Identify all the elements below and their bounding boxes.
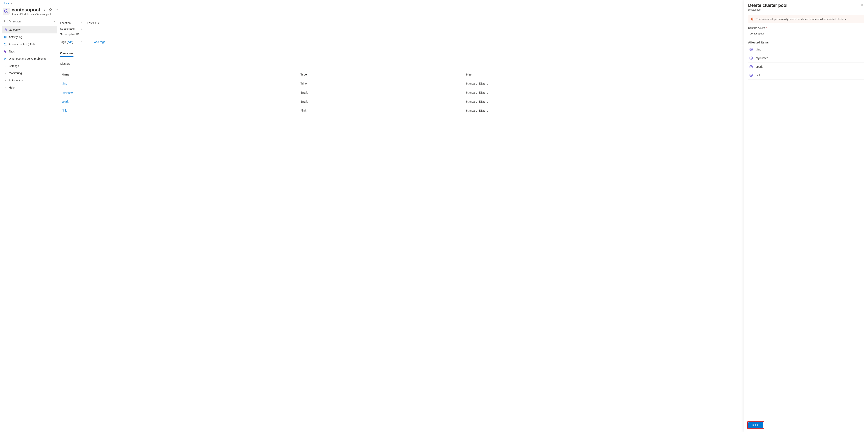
svg-rect-8 (4, 37, 5, 38)
pin-icon[interactable] (43, 8, 46, 11)
collapse-sidebar-icon[interactable]: « (53, 20, 56, 23)
sort-handle-icon[interactable]: ⇅ (3, 20, 6, 23)
resource-hex-icon (3, 8, 10, 15)
affected-items-list: trino mycluster spark flink (748, 45, 864, 80)
blade-title: Delete cluster pool (748, 3, 787, 8)
sidebar-item-label: Settings (9, 64, 19, 67)
sidebar-search[interactable] (7, 19, 51, 24)
cluster-type-cell: Spark (299, 97, 464, 106)
overview-hex-icon (4, 28, 7, 31)
essentials-label: Subscription (60, 27, 81, 30)
affected-item-name: spark (756, 65, 763, 68)
list-item: flink (748, 71, 864, 80)
essentials-label: Subscription ID (60, 33, 81, 36)
sidebar-item-label: Monitoring (9, 71, 22, 75)
svg-point-3 (9, 21, 10, 22)
tags-edit-link[interactable]: edit (68, 40, 72, 44)
sidebar-item-automation[interactable]: › Automation (2, 77, 57, 84)
add-tags-link[interactable]: Add tags (94, 40, 105, 44)
tab-overview[interactable]: Overview (60, 50, 73, 57)
essentials-value-location: East US 2 (87, 22, 99, 25)
cluster-link[interactable]: mycluster (62, 91, 74, 94)
sidebar-item-label: Overview (9, 28, 21, 31)
search-icon (9, 20, 11, 23)
cluster-type-cell: Trino (299, 79, 464, 88)
svg-rect-6 (4, 36, 6, 37)
chevron-right-icon: › (4, 86, 7, 89)
resource-header: contosopool ••• Azure HDInsight on AKS c… (0, 6, 868, 19)
sidebar: ⇅ « Overview Activity log Acce (0, 19, 57, 432)
confirm-delete-label: Confirm delete * (748, 26, 864, 29)
tag-icon (4, 50, 7, 53)
delete-button-highlight: Delete (747, 422, 764, 429)
close-icon[interactable] (860, 3, 864, 7)
sidebar-item-overview[interactable]: Overview (2, 26, 57, 33)
svg-point-10 (5, 44, 6, 44)
cluster-link[interactable]: flink (62, 109, 67, 112)
breadcrumb-chevron-icon: › (11, 2, 12, 5)
svg-line-4 (10, 22, 11, 23)
warning-text: This action will permanently delete the … (756, 18, 846, 21)
cluster-type-cell: Flink (299, 106, 464, 115)
essentials-label: Tags (edit) (60, 40, 81, 44)
svg-rect-7 (4, 37, 6, 37)
search-input[interactable] (12, 20, 50, 23)
list-item: mycluster (748, 54, 864, 62)
cluster-hex-icon (749, 56, 753, 60)
people-icon (4, 42, 7, 46)
sidebar-item-diagnose[interactable]: Diagnose and solve problems (2, 55, 57, 62)
svg-point-9 (4, 43, 5, 44)
sidebar-item-label: Activity log (9, 35, 22, 39)
sidebar-item-label: Help (9, 86, 14, 89)
cluster-hex-icon (749, 48, 753, 51)
delete-blade: Delete cluster pool contosopool This act… (744, 0, 868, 432)
sidebar-item-label: Access control (IAM) (9, 42, 35, 46)
svg-point-11 (5, 51, 5, 51)
sidebar-item-label: Tags (9, 50, 15, 53)
confirm-delete-input[interactable] (748, 31, 864, 36)
breadcrumb-home[interactable]: Home (3, 2, 10, 5)
cluster-hex-icon (749, 74, 753, 77)
column-header-type[interactable]: Type (299, 71, 464, 79)
cluster-link[interactable]: spark (62, 100, 68, 103)
sidebar-item-label: Automation (9, 79, 23, 82)
sidebar-item-help[interactable]: › Help (2, 84, 57, 91)
list-item: trino (748, 45, 864, 54)
more-icon[interactable]: ••• (55, 8, 58, 11)
affected-items-label: Affected items (748, 41, 864, 44)
cluster-link[interactable]: trino (62, 82, 67, 85)
page-title: contosopool (11, 7, 40, 12)
resource-subtitle: Azure HDInsight on AKS cluster pool (11, 13, 58, 16)
essentials-label: Location (60, 22, 81, 25)
activity-log-icon (4, 35, 7, 39)
affected-item-name: flink (756, 74, 761, 77)
blade-subtitle: contosopool (748, 8, 787, 11)
chevron-right-icon: › (4, 79, 7, 82)
chevron-right-icon: › (4, 71, 7, 75)
list-item: spark (748, 62, 864, 71)
chevron-right-icon: › (4, 64, 7, 67)
svg-point-16 (752, 20, 753, 20)
affected-item-name: trino (756, 48, 761, 51)
warning-banner: This action will permanently delete the … (748, 15, 864, 23)
delete-button[interactable]: Delete (748, 422, 763, 428)
sidebar-item-monitoring[interactable]: › Monitoring (2, 69, 57, 77)
favorite-star-icon[interactable] (49, 8, 52, 11)
sidebar-item-tags[interactable]: Tags (2, 48, 57, 55)
affected-item-name: mycluster (756, 56, 768, 60)
sidebar-item-activity-log[interactable]: Activity log (2, 33, 57, 41)
sidebar-item-access-control[interactable]: Access control (IAM) (2, 41, 57, 48)
sidebar-item-label: Diagnose and solve problems (9, 57, 45, 60)
column-header-name[interactable]: Name (60, 71, 299, 79)
cluster-hex-icon (749, 65, 753, 68)
wrench-icon (4, 57, 7, 60)
warning-icon (751, 18, 754, 21)
svg-marker-2 (49, 8, 52, 11)
sidebar-item-settings[interactable]: › Settings (2, 62, 57, 69)
breadcrumb: Home › (0, 0, 868, 6)
cluster-type-cell: Spark (299, 88, 464, 97)
